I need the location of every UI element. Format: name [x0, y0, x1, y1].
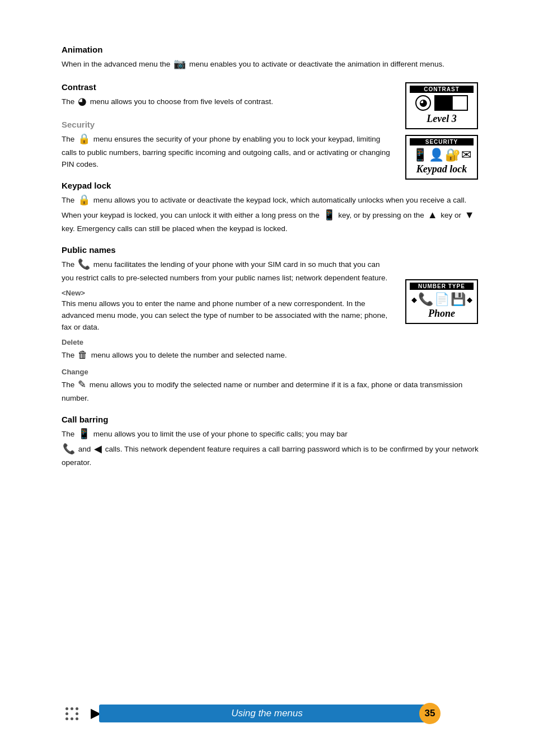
nt-icon-2: 📞 [418, 292, 433, 307]
dot-2 [71, 707, 73, 710]
contrast-screen-title: CONTRAST [410, 86, 474, 93]
public-row: The 📞 menu facilitates the lending of yo… [62, 257, 484, 334]
dot-3 [76, 707, 78, 710]
number-type-screen-col: NUMBER TYPE ◆ 📞 📄 💾 ◆ Phone [405, 257, 484, 334]
sec-icon-3: 🔐 [445, 148, 460, 162]
footer-label: Using the menus [231, 708, 303, 719]
callbarring-body: The 📱 menu allows you to limit the use o… [62, 426, 484, 469]
public-main: The 📞 menu facilitates the lending of yo… [62, 257, 394, 334]
dot-7 [71, 717, 73, 720]
dot-5 [76, 712, 78, 715]
public-menu-icon: 📞 [78, 257, 90, 273]
keypad-key-icon3: ▼ [465, 208, 475, 223]
keypad-body: The 🔒 menu allows you to activate or dea… [62, 192, 484, 236]
section-callbarring: Call barring The 📱 menu allows you to li… [62, 415, 484, 469]
contrast-body: The ◕ menu allows you to choose from fiv… [62, 94, 394, 110]
section-animation: Animation When in the advanced menu the … [62, 45, 484, 72]
security-screen: SECURITY 📱 👤 🔐 ✉ Keypad lock [405, 135, 478, 180]
delete-sub-label: Delete [62, 338, 484, 346]
sec-icon-4: ✉ [461, 148, 471, 162]
number-type-title: NUMBER TYPE [410, 283, 474, 290]
section-public: Public names The 📞 menu facilitates the … [62, 245, 484, 404]
security-title: Security [62, 120, 394, 129]
dot-6 [65, 717, 68, 720]
nt-icon-4: 💾 [451, 292, 466, 307]
number-type-icons: ◆ 📞 📄 💾 ◆ [410, 292, 474, 307]
public-title: Public names [62, 245, 484, 255]
security-screen-label: Keypad lock [410, 163, 474, 175]
keypad-menu-icon: 🔒 [78, 192, 90, 208]
page: Animation When in the advanced menu the … [0, 0, 534, 756]
keypad-key-icon1: 📱 [323, 208, 335, 223]
keypad-key-icon2: ▲ [428, 208, 438, 223]
section-security: Security The 🔒 menu ensures the security… [62, 120, 394, 171]
contrast-security-main: Contrast The ◕ menu allows you to choose… [62, 82, 394, 181]
animation-title: Animation [62, 45, 484, 54]
callbarring-icon2: ◀ [94, 442, 102, 457]
dot-empty [71, 712, 73, 715]
callbarring-title: Call barring [62, 415, 484, 424]
footer: ▶ Using the menus 35 [0, 705, 534, 722]
contrast-bar-fill [435, 96, 453, 110]
contrast-title: Contrast [62, 82, 394, 92]
footer-dots [65, 707, 78, 720]
side-screens: CONTRAST ◕ Level 3 SECURITY 📱 👤 🔐 ✉ [405, 82, 484, 181]
public-body: The 📞 menu facilitates the lending of yo… [62, 257, 394, 284]
animation-body: When in the advanced menu the 📷 menu ena… [62, 57, 484, 72]
contrast-bar [434, 95, 468, 111]
sec-icon-1: 📱 [413, 148, 428, 162]
footer-bar-inner: Using the menus 35 [99, 705, 435, 722]
callbarring-menu-icon: 📱 [78, 426, 90, 442]
dot-4 [65, 712, 68, 715]
contrast-menu-icon: ◕ [78, 94, 87, 110]
dot-8 [76, 717, 78, 720]
security-screen-icons: 📱 👤 🔐 ✉ [410, 148, 474, 162]
dot-1 [65, 707, 68, 710]
nt-icon-1: ◆ [411, 295, 417, 304]
change-menu-icon: ✎ [78, 377, 86, 393]
contrast-screen-label: Level 3 [410, 113, 474, 125]
new-sub-label: <New> [62, 289, 394, 297]
change-sub-label: Change [62, 368, 484, 376]
nt-icon-5: ◆ [467, 295, 472, 304]
security-screen-title: SECURITY [410, 138, 474, 145]
keypad-title: Keypad lock [62, 181, 484, 190]
callbarring-icon1: 📞 [63, 442, 75, 457]
footer-decoration [65, 707, 78, 720]
new-body: This menu allows you to enter the name a… [62, 298, 394, 334]
security-menu-icon: 🔒 [78, 132, 90, 147]
sec-icon-2: 👤 [429, 148, 444, 162]
delete-body: The 🗑 menu allows you to delete the numb… [62, 348, 484, 363]
number-type-label: Phone [410, 308, 474, 320]
section-keypad: Keypad lock The 🔒 menu allows you to act… [62, 181, 484, 236]
number-type-screen: NUMBER TYPE ◆ 📞 📄 💾 ◆ Phone [405, 279, 478, 324]
contrast-security-row: Contrast The ◕ menu allows you to choose… [62, 82, 484, 181]
security-body: The 🔒 menu ensures the security of your … [62, 132, 394, 171]
change-body: The ✎ menu allows you to modify the sele… [62, 377, 484, 405]
footer-page-number: 35 [419, 703, 441, 724]
contrast-screen: CONTRAST ◕ Level 3 [405, 82, 478, 129]
contrast-level-display: ◕ [410, 95, 474, 111]
contrast-circle-icon: ◕ [415, 95, 431, 111]
section-contrast: Contrast The ◕ menu allows you to choose… [62, 82, 394, 110]
nt-icon-3: 📄 [434, 292, 449, 307]
animation-menu-icon: 📷 [174, 57, 186, 72]
delete-menu-icon: 🗑 [78, 348, 88, 363]
